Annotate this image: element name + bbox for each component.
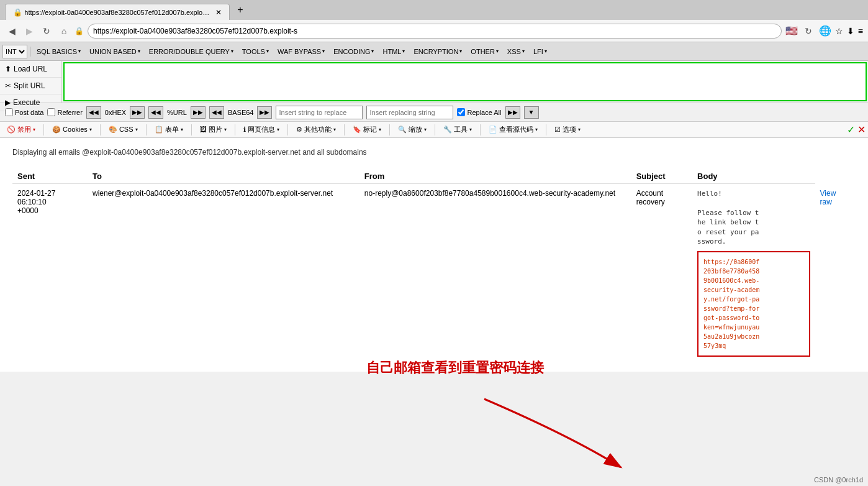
percent-right-arrow[interactable]: ▶▶ [191, 106, 206, 119]
base64-label: BASE64 [228, 109, 254, 116]
base64-left-arrow[interactable]: ◀◀ [209, 106, 224, 119]
main-content: Displaying all emails @exploit-0a0400e90… [0, 138, 868, 372]
base64-right-arrow[interactable]: ▶▶ [257, 106, 272, 119]
zoom-button[interactable]: 🔍 缩放▾ [394, 123, 431, 136]
css-button[interactable]: 🎨 CSS▾ [104, 124, 142, 135]
body-link-text: https://0a8600f203bf8e7780a4589b001600c4… [703, 257, 804, 351]
address-input[interactable] [88, 24, 782, 39]
annotation-arrow [385, 387, 646, 486]
chinese-annotation: 自己邮箱查看到重置密码连接 [366, 359, 544, 377]
int-select[interactable]: INT [2, 45, 27, 58]
other-features-button[interactable]: ⚙ 其他功能▾ [292, 123, 340, 136]
col-body: Body [692, 169, 815, 184]
toolbar-other[interactable]: OTHER▾ [467, 47, 502, 57]
insert-replacing-input[interactable] [366, 106, 453, 119]
menu-icon[interactable]: ≡ [858, 26, 863, 36]
cell-subject: Accountrecovery [631, 184, 692, 362]
col-to: To [88, 169, 359, 184]
toolbar-sep-1 [30, 47, 30, 57]
back-button[interactable]: ◀ [5, 24, 19, 38]
nav-toolbar: INT SQL BASICS▾ UNION BASED▾ ERROR/DOUBL… [0, 42, 868, 61]
watermark: CSDN @0rch1d [814, 476, 863, 484]
bookmark-icon[interactable]: ☆ [835, 26, 843, 36]
forward-button[interactable]: ▶ [22, 24, 36, 38]
cell-body: Hello! Please follow t he link below t o… [692, 184, 815, 362]
col-from: From [359, 169, 631, 184]
home-button[interactable]: ⌂ [57, 24, 71, 38]
col-subject: Subject [631, 169, 692, 184]
replace-right-arrow[interactable]: ▶▶ [505, 106, 520, 119]
percent-label: %URL [167, 109, 187, 116]
view-source-button[interactable]: 📄 查看源代码▾ [484, 123, 542, 136]
tab-favicon: 🔒 [13, 8, 22, 17]
replace-bar: Post data Referrer ◀◀ 0xHEX ▶▶ ◀◀ %URL ▶… [0, 103, 868, 122]
body-link-box: https://0a8600f203bf8e7780a4589b001600c4… [697, 251, 810, 357]
cell-view-raw[interactable]: Viewraw [815, 184, 856, 362]
split-url-button[interactable]: ✂ Split URL [0, 78, 61, 94]
disable-button[interactable]: 🚫 禁用▾ [2, 123, 40, 136]
toolbar-encoding[interactable]: ENCODING▾ [330, 47, 377, 57]
col-sent: Sent [12, 169, 88, 184]
load-url-button[interactable]: ⬆ Load URL [0, 61, 61, 78]
toolbar-tools[interactable]: TOOLS▾ [238, 47, 273, 57]
red-x-icon: ✕ [857, 124, 866, 135]
cookies-button[interactable]: 🍪 Cookies▾ [48, 124, 96, 135]
table-row: 2024-01-27 06:10:10 +0000 wiener@exploit… [12, 184, 856, 362]
bookmark-button[interactable]: 🔖 标记▾ [348, 123, 386, 136]
flag-icon: 🇺🇸 [785, 25, 798, 37]
insert-string-input[interactable] [276, 106, 363, 119]
toolbar-lfi[interactable]: LFI▾ [530, 47, 551, 57]
load-icon: ⬆ [5, 65, 11, 73]
hex-left-arrow[interactable]: ◀◀ [86, 106, 101, 119]
replace-all-label[interactable]: Replace All [457, 108, 501, 116]
cell-to: wiener@exploit-0a0400e903af8e3280c057ef0… [88, 184, 359, 362]
toolbar-html[interactable]: HTML▾ [379, 47, 409, 57]
hex-label: 0xHEX [105, 109, 126, 116]
hex-right-arrow[interactable]: ▶▶ [130, 106, 145, 119]
tab-close[interactable]: ✕ [215, 8, 222, 17]
reload-button[interactable]: ↻ [802, 24, 815, 38]
replace-all-checkbox[interactable] [457, 108, 465, 116]
firebug-bar: 🚫 禁用▾ 🍪 Cookies▾ 🎨 CSS▾ 📋 表单▾ 🖼 图片▾ ℹ 网页… [0, 122, 868, 138]
email-table: Sent To From Subject Body 2024-01-27 06:… [12, 169, 856, 362]
cell-from: no-reply@0a8600f203bf8e7780a4589b001600c… [359, 184, 631, 362]
toolbar-waf-bypass[interactable]: WAF BYPASS▾ [274, 47, 328, 57]
execute-icon: ▶ [5, 98, 11, 107]
tab-title: https://exploit-0a0400e903af8e3280c057ef… [24, 9, 210, 16]
url-input[interactable] [63, 62, 867, 101]
cell-sent: 2024-01-27 06:10:10 +0000 [12, 184, 88, 362]
refresh-button[interactable]: ↻ [40, 24, 53, 38]
toolbar-encryption[interactable]: ENCRYPTION▾ [410, 47, 466, 57]
percent-left-arrow[interactable]: ◀◀ [148, 106, 163, 119]
download-arrow-icon[interactable]: ⬇ [847, 26, 854, 36]
toolbar-error-double[interactable]: ERROR/DOUBLE QUERY▾ [145, 47, 237, 57]
replace-down-arrow[interactable]: ▼ [524, 106, 539, 119]
options-button[interactable]: ☑ 选项▾ [550, 123, 585, 136]
split-icon: ✂ [5, 81, 11, 90]
toolbar-xss[interactable]: XSS▾ [504, 47, 528, 57]
green-check-icon: ✓ [847, 124, 855, 135]
toolbar-sql-basics[interactable]: SQL BASICS▾ [33, 47, 84, 57]
page-info-button[interactable]: ℹ 网页信息▾ [239, 123, 284, 136]
body-intro-text: Hello! Please follow t he link below t o… [697, 189, 810, 246]
lock-icon: 🔒 [75, 27, 84, 35]
view-raw-link[interactable]: Viewraw [820, 189, 836, 206]
new-tab-button[interactable]: + [232, 4, 248, 16]
referrer-checkbox[interactable] [47, 108, 55, 116]
browser-tab[interactable]: 🔒 https://exploit-0a0400e903af8e3280c057… [5, 4, 230, 20]
post-data-checkbox[interactable] [5, 108, 13, 116]
referrer-label[interactable]: Referrer [47, 108, 82, 116]
display-notice: Displaying all emails @exploit-0a0400e90… [12, 148, 856, 157]
tools-button[interactable]: 🔧 工具▾ [439, 123, 476, 136]
post-data-label[interactable]: Post data [5, 108, 43, 116]
toolbar-union-based[interactable]: UNION BASED▾ [86, 47, 144, 57]
images-button[interactable]: 🖼 图片▾ [196, 123, 231, 136]
forms-button[interactable]: 📋 表单▾ [150, 123, 188, 136]
website-icon: 🌐 [819, 25, 831, 37]
